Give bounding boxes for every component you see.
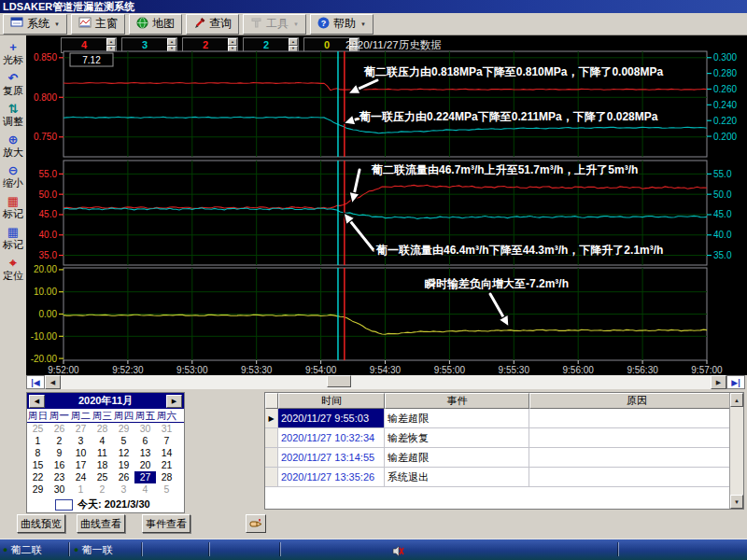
status-channel-2[interactable]: ●葡一联 <box>74 543 112 557</box>
calendar-day[interactable]: 2 <box>92 483 113 496</box>
calendar-day[interactable]: 5 <box>113 435 134 447</box>
help-icon: ? <box>317 17 330 32</box>
calendar-day[interactable]: 16 <box>49 459 70 471</box>
toolbar: 系统▼主窗地图查询工具▼?帮助▼ <box>0 13 747 35</box>
calendar-day[interactable]: 4 <box>134 483 156 496</box>
toolbar-button-system[interactable]: 系统▼ <box>3 14 67 35</box>
calendar-day[interactable]: 28 <box>156 471 177 483</box>
calendar-day[interactable]: 13 <box>134 447 156 459</box>
calendar-day[interactable]: 10 <box>70 447 92 459</box>
status-divider <box>618 542 619 556</box>
calendar-day[interactable]: 6 <box>134 435 156 447</box>
status-channel-1[interactable]: ●葡二联 <box>3 543 41 557</box>
calendar-day[interactable]: 3 <box>70 435 92 447</box>
svg-text:10.00: 10.00 <box>34 287 57 297</box>
calendar-day[interactable]: 22 <box>27 471 49 483</box>
calendar-prev-month-button[interactable]: ◀ <box>29 395 45 408</box>
table-row[interactable]: 2020/11/27 13:35:26系统退出 <box>265 468 743 487</box>
toolbar-button-query[interactable]: 查询 <box>186 14 239 35</box>
calendar-day[interactable]: 15 <box>27 459 49 471</box>
calendar-day[interactable]: 21 <box>156 459 177 471</box>
table-scrollbar[interactable]: ▲▼ <box>729 393 743 509</box>
calendar-day[interactable]: 27 <box>70 423 92 435</box>
table-row[interactable]: 2020/11/27 13:14:55输差超限 <box>265 448 743 468</box>
app-window: LDSAKER管道泄漏监测系统 系统▼主窗地图查询工具▼?帮助▼ +光标↶复原⇅… <box>0 0 747 560</box>
trend-chart-region[interactable]: 4▲▼3▲▼2▲▼2▲▼0▲▼ 2020/11/27历史数据 0.8500.80… <box>26 35 747 375</box>
calendar-day[interactable]: 8 <box>27 447 49 459</box>
calendar-day[interactable]: 11 <box>92 447 113 459</box>
calendar-day[interactable]: 26 <box>113 471 134 483</box>
calendar-day[interactable]: 1 <box>27 435 49 447</box>
toolbar-button-label: 查询 <box>209 16 232 32</box>
calendar-day[interactable]: 5 <box>156 483 177 496</box>
tool-zoom-out[interactable]: ⊖缩小 <box>0 164 26 189</box>
calendar-day[interactable]: 23 <box>49 471 70 483</box>
calendar-day[interactable]: 29 <box>113 423 134 435</box>
tool-sidebar: +光标↶复原⇅调整⊕放大⊖缩小▦标记▦标记⌖定位 <box>0 35 26 389</box>
tool-restore[interactable]: ↶复原 <box>0 72 26 97</box>
scrollbar-thumb[interactable] <box>327 375 351 387</box>
toolbar-button-map[interactable]: 地图 <box>129 14 182 35</box>
scroll-left-arrow[interactable]: ◀ <box>45 375 61 389</box>
table-column-header[interactable]: 事件 <box>385 393 529 409</box>
calendar-next-month-button[interactable]: ▶ <box>166 395 182 408</box>
calendar-day[interactable]: 18 <box>92 459 113 471</box>
table-row[interactable]: ▶2020/11/27 9:55:03输差超限 <box>265 409 743 428</box>
calendar-day[interactable]: 26 <box>49 423 70 435</box>
toolbar-button-help[interactable]: ?帮助▼ <box>310 14 374 35</box>
calendar-day[interactable]: 19 <box>113 459 134 471</box>
tool-mark-blue[interactable]: ▦标记 <box>0 226 26 251</box>
svg-text:-10.00: -10.00 <box>31 331 58 342</box>
tool-mark-red[interactable]: ▦标记 <box>0 195 26 220</box>
undo-icon: ↶ <box>8 72 19 85</box>
scrollbar-track[interactable] <box>61 375 711 389</box>
svg-text:35.0: 35.0 <box>39 250 58 260</box>
tool-zoom-in[interactable]: ⊕放大 <box>0 133 26 159</box>
calendar-weekday: 周六 <box>156 409 177 422</box>
calendar-day[interactable]: 25 <box>92 471 113 483</box>
tool-locate[interactable]: ⌖定位 <box>0 257 26 282</box>
calendar-day[interactable]: 30 <box>134 423 156 435</box>
calendar-day[interactable]: 9 <box>49 447 70 459</box>
toolbar-button-main-window[interactable]: 主窗 <box>71 14 125 35</box>
calendar-day[interactable]: 24 <box>70 471 92 483</box>
scroll-to-start-button[interactable]: |◀ <box>26 375 45 389</box>
status-divider <box>209 542 210 556</box>
calendar-day[interactable]: 12 <box>113 447 134 459</box>
calendar-day-selected[interactable]: 27 <box>134 471 156 483</box>
calendar-day[interactable]: 30 <box>49 483 70 496</box>
calendar-day[interactable]: 14 <box>156 447 177 459</box>
svg-text:0.260: 0.260 <box>713 84 737 94</box>
tool-cursor[interactable]: +光标 <box>0 41 26 66</box>
calendar-day[interactable]: 1 <box>70 483 92 496</box>
table-scroll-down-icon[interactable]: ▼ <box>730 495 743 509</box>
calendar-day[interactable]: 17 <box>70 459 92 471</box>
svg-text:?: ? <box>321 18 327 27</box>
scroll-right-arrow[interactable]: ▶ <box>711 375 726 389</box>
event-time-cell: 2020/11/27 10:32:34 <box>278 428 385 447</box>
calendar-day[interactable]: 28 <box>92 423 113 435</box>
tool-adjust[interactable]: ⇅调整 <box>0 103 26 128</box>
curve-preview-button[interactable]: 曲线预览 <box>17 514 65 533</box>
table-scroll-up-icon[interactable]: ▲ <box>730 393 743 407</box>
scroll-to-end-button[interactable]: ▶| <box>726 375 745 389</box>
calendar-day[interactable]: 3 <box>113 483 134 496</box>
table-row[interactable]: 2020/11/27 10:32:34输差恢复 <box>265 428 743 448</box>
table-column-header[interactable]: 时间 <box>278 393 385 409</box>
calendar-day[interactable]: 31 <box>156 423 177 435</box>
event-view-button[interactable]: 事件查看 <box>142 514 190 533</box>
calendar-day[interactable]: 4 <box>92 435 113 447</box>
calendar-day[interactable]: 7 <box>156 435 177 447</box>
date-calendar: ◀2020年11月▶周日周一周二周三周四周五周六2526272829303112… <box>26 392 185 513</box>
calendar-day[interactable]: 25 <box>27 423 49 435</box>
svg-text:9:56:00: 9:56:00 <box>563 365 595 375</box>
trend-chart-canvas[interactable]: 0.8500.8000.7500.3000.2800.2600.2400.220… <box>26 35 747 375</box>
tool-label: 定位 <box>3 270 23 282</box>
calendar-day[interactable]: 29 <box>27 483 49 496</box>
pointer-hand-button[interactable] <box>246 514 266 533</box>
svg-text:9:52:00: 9:52:00 <box>48 365 79 375</box>
curve-view-button[interactable]: 曲线查看 <box>77 514 125 533</box>
table-column-header[interactable]: 原因 <box>529 393 743 409</box>
calendar-day[interactable]: 20 <box>134 459 156 471</box>
calendar-day[interactable]: 2 <box>49 435 70 447</box>
